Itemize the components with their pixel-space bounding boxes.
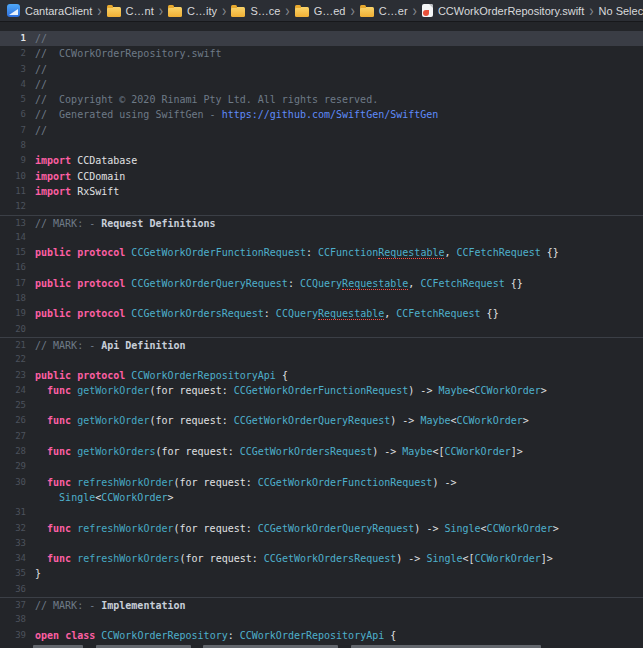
code-line[interactable]: 34 func refreshWorkOrders(for request: C…	[0, 551, 643, 566]
line-number: 17	[0, 276, 26, 291]
code-line[interactable]: 10import CCDomain	[0, 169, 643, 184]
token-plain: <[	[432, 446, 444, 457]
code-line[interactable]: 27	[0, 429, 643, 444]
breadcrumb-folder-4[interactable]: G…ed	[295, 5, 346, 17]
line-number: 15	[0, 245, 26, 260]
line-number: 23	[0, 368, 26, 383]
code-line[interactable]: 22	[0, 352, 643, 367]
token-plain	[35, 523, 47, 534]
breadcrumb-separator: ›	[159, 2, 163, 18]
code-line[interactable]: 25	[0, 398, 643, 413]
code-line[interactable]: 2// CCWorkOrderRepository.swift	[0, 46, 643, 61]
token-plain: CCDomain	[71, 171, 125, 182]
token-type: CCFetchRequest	[420, 278, 504, 289]
token-plain: ,	[444, 247, 456, 258]
breadcrumb-separator: ›	[413, 2, 417, 18]
code-line[interactable]: 6// Generated using SwiftGen - https://g…	[0, 107, 643, 122]
token-type: CCWorkOrder	[475, 553, 541, 564]
token-plain: >	[523, 415, 529, 426]
code-line[interactable]: 11import RxSwift	[0, 184, 643, 199]
code-line[interactable]: 26 func getWorkOrder(for request: CCGetW…	[0, 413, 643, 428]
line-number: 37	[0, 598, 26, 612]
code-line[interactable]: 30 func refreshWorkOrder(for request: CC…	[0, 475, 643, 490]
code-line[interactable]: 1//	[0, 31, 643, 46]
code-text: // Generated using SwiftGen - https://gi…	[35, 107, 438, 122]
breadcrumb-label: CantaraClient	[25, 5, 92, 17]
token-keyword: import	[35, 186, 71, 197]
code-line[interactable]: 32 func refreshWorkOrder(for request: CC…	[0, 521, 643, 536]
code-line[interactable]: 36	[0, 582, 643, 597]
code-line[interactable]: 13// MARK: - Request Definitions	[0, 215, 643, 230]
code-line[interactable]: 28 func getWorkOrders(for request: CCGet…	[0, 444, 643, 459]
breadcrumb-folder-3[interactable]: S…ce	[231, 5, 280, 17]
code-editor[interactable]: 1//2// CCWorkOrderRepository.swift3//4//…	[0, 22, 643, 648]
token-plain: (for request:	[149, 415, 233, 426]
token-type: CCGetWorkOrderFunctionRequest	[131, 247, 306, 258]
token-type: CCFetchRequest	[396, 308, 480, 319]
token-plain: ) ->	[414, 523, 444, 534]
code-line[interactable]: 9import CCDatabase	[0, 153, 643, 168]
code-line[interactable]: 8	[0, 138, 643, 153]
code-line[interactable]: 4//	[0, 77, 643, 92]
token-keyword: func	[47, 477, 71, 488]
token-plain: >	[541, 385, 547, 396]
code-line[interactable]: 12	[0, 199, 643, 214]
code-text: func refreshWorkOrder(for request: CCGet…	[35, 521, 559, 536]
code-line[interactable]: 37// MARK: - Implementation	[0, 597, 643, 612]
line-number: 36	[0, 582, 26, 597]
code-line[interactable]: 33	[0, 536, 643, 551]
code-line[interactable]: 16	[0, 260, 643, 275]
line-number: 8	[0, 138, 26, 153]
code-line[interactable]: 17public protocol CCGetWorkOrderQueryReq…	[0, 276, 643, 291]
breadcrumb-folder-5[interactable]: C…er	[360, 5, 408, 17]
code-line[interactable]: 24 func getWorkOrder(for request: CCGetW…	[0, 383, 643, 398]
token-mark: Api Definition	[101, 340, 185, 351]
breadcrumb-folder-2[interactable]: C…ity	[168, 5, 217, 17]
code-line[interactable]: Single<CCWorkOrder>	[0, 490, 643, 505]
token-keyword: public	[35, 370, 71, 381]
breadcrumb-file[interactable]: CCWorkOrderRepository.swift	[422, 4, 584, 17]
line-number: 11	[0, 184, 26, 199]
code-text: import CCDomain	[35, 169, 125, 184]
code-line[interactable]: 21// MARK: - Api Definition	[0, 337, 643, 352]
code-text: func getWorkOrder(for request: CCGetWork…	[35, 413, 529, 428]
token-type: CCWorkOrder	[475, 385, 541, 396]
token-plain	[35, 446, 47, 457]
token-type: CCWorkOrderRepositoryApi	[240, 630, 385, 641]
token-keyword: protocol	[77, 247, 125, 258]
token-type: CCGetWorkOrderQueryRequest	[258, 523, 415, 534]
code-line[interactable]: 35}	[0, 566, 643, 581]
breadcrumb-separator: ›	[222, 2, 226, 18]
code-line[interactable]: 14	[0, 230, 643, 245]
code-line[interactable]: 18	[0, 291, 643, 306]
code-text: //	[35, 31, 47, 46]
code-line[interactable]: 7//	[0, 123, 643, 138]
code-line[interactable]: 31	[0, 505, 643, 520]
breadcrumb-separator: ›	[589, 2, 593, 18]
token-plain: >	[553, 523, 559, 534]
code-line[interactable]: 19public protocol CCGetWorkOrdersRequest…	[0, 306, 643, 321]
token-keyword: class	[65, 630, 95, 641]
breadcrumb-project[interactable]: CantaraClient	[7, 4, 92, 17]
token-keyword: protocol	[77, 308, 125, 319]
token-plain	[35, 415, 47, 426]
token-plain: (for request:	[180, 553, 264, 564]
token-plain: CCDatabase	[71, 155, 137, 166]
token-type: CCQuery	[276, 308, 318, 319]
breadcrumb-folder-1[interactable]: C…nt	[107, 5, 154, 17]
code-line[interactable]: 5// Copyright © 2020 Rinami Pty Ltd. All…	[0, 92, 643, 107]
code-line[interactable]: 29	[0, 459, 643, 474]
code-line[interactable]: 20	[0, 322, 643, 337]
token-mark: Request Definitions	[101, 218, 215, 229]
code-line[interactable]: 3//	[0, 62, 643, 77]
token-plain: {}	[541, 247, 559, 258]
code-line[interactable]: 15public protocol CCGetWorkOrderFunction…	[0, 245, 643, 260]
token-keyword: protocol	[77, 370, 125, 381]
code-line[interactable]: 38	[0, 612, 643, 627]
breadcrumb-label: CCWorkOrderRepository.swift	[438, 5, 584, 17]
token-type: CCGetWorkOrderQueryRequest	[234, 415, 391, 426]
code-line[interactable]: 23public protocol CCWorkOrderRepositoryA…	[0, 368, 643, 383]
breadcrumb-selection[interactable]: No Selection	[599, 5, 643, 17]
token-type: CCFunction	[318, 247, 378, 258]
line-number: 2	[0, 46, 26, 61]
